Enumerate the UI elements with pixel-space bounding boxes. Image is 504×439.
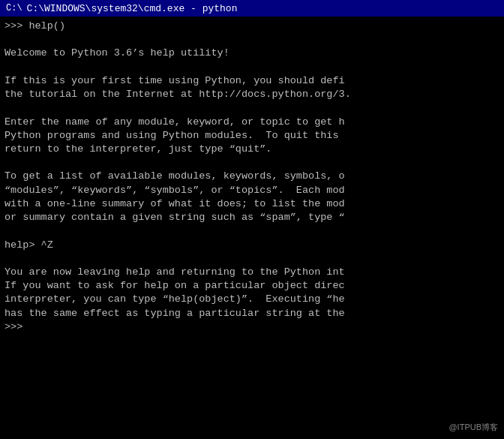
output-line: interpreter, you can type “help(object)”… <box>4 293 500 306</box>
empty-line <box>4 61 500 74</box>
output-line: Welcome to Python 3.6’s help utility! <box>4 47 500 60</box>
output-line: Enter the name of any module, keyword, o… <box>4 116 500 129</box>
output-line: the tutorial on the Internet at http://d… <box>4 88 500 101</box>
title-bar-text: C:\WINDOWS\system32\cmd.exe - python <box>27 3 238 14</box>
empty-line <box>4 101 500 115</box>
title-bar-icon: C:\ <box>6 3 22 14</box>
terminal-body[interactable]: >>> help()Welcome to Python 3.6’s help u… <box>0 17 504 439</box>
output-line: with a one-line summary of what it does;… <box>4 197 500 211</box>
prompt-line: >>> <box>4 320 500 334</box>
output-line: “modules”, “keywords”, “symbols”, or “to… <box>4 184 500 197</box>
output-line: Python programs and using Python modules… <box>4 129 500 143</box>
empty-line <box>4 252 500 266</box>
output-line: You are now leaving help and returning t… <box>4 266 500 279</box>
watermark: @ITPUB博客 <box>448 422 498 433</box>
output-line: If you want to ask for help on a particu… <box>4 279 500 293</box>
cmd-window: C:\ C:\WINDOWS\system32\cmd.exe - python… <box>0 0 504 439</box>
empty-line <box>4 156 500 170</box>
help-prompt-line: help> ^Z <box>4 239 500 252</box>
title-bar: C:\ C:\WINDOWS\system32\cmd.exe - python <box>0 0 504 17</box>
output-line: To get a list of available modules, keyw… <box>4 170 500 183</box>
output-line: has the same effect as typing a particul… <box>4 307 500 320</box>
output-line: or summary contain a given string such a… <box>4 211 500 224</box>
output-line: return to the interpreter, just type “qu… <box>4 143 500 156</box>
output-line: If this is your first time using Python,… <box>4 74 500 88</box>
prompt-line: >>> help() <box>4 20 500 33</box>
empty-line <box>4 224 500 238</box>
empty-line <box>4 33 500 47</box>
